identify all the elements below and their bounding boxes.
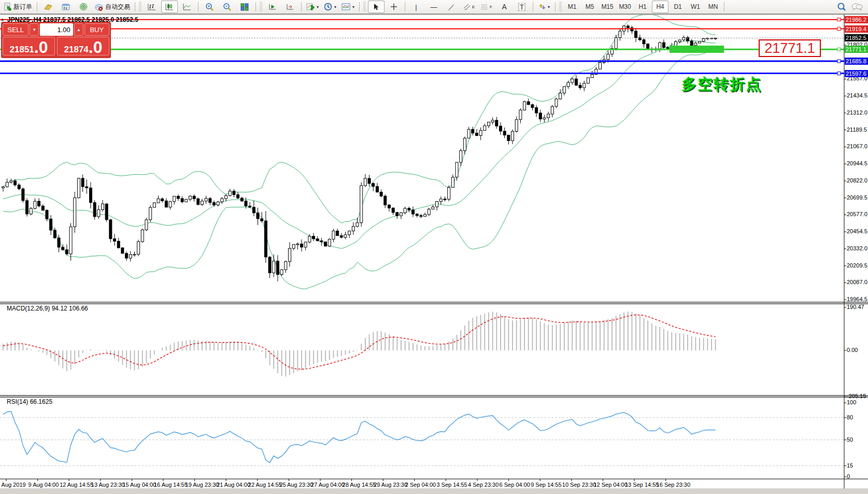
timeframe-m5[interactable]: M5	[581, 1, 598, 13]
price-axis-badge: 21685.8	[845, 58, 868, 65]
line-anchor-marker[interactable]	[837, 27, 841, 31]
zoom-in-button[interactable]	[201, 1, 218, 13]
zoom-in-icon	[205, 3, 214, 11]
channel-icon	[463, 3, 472, 10]
price-axis-tick: 20087.0	[847, 279, 867, 285]
date-axis-label: 3 Sep 14:55	[436, 482, 467, 488]
rsi-indicator-label: RSI(14) 66.1625	[7, 398, 52, 405]
buy-button[interactable]: BUY	[84, 23, 109, 36]
search-icon[interactable]	[837, 2, 846, 11]
line-anchor-marker[interactable]	[837, 48, 841, 51]
chat-icon[interactable]	[851, 3, 863, 11]
rectangle-object[interactable]	[670, 46, 724, 53]
horizontal-line-button[interactable]: —	[425, 1, 442, 13]
date-axis-label: 13 Aug 23:30	[91, 482, 125, 488]
volume-up-button[interactable]: ▲	[74, 23, 83, 36]
zoom-out-button[interactable]	[219, 1, 235, 13]
line-chart-icon	[183, 3, 191, 10]
rsi-axis-tick: 0	[847, 473, 850, 479]
date-axis-label: 4 Sep 23:30	[468, 482, 499, 488]
navigator-icon	[79, 3, 88, 11]
price-axis-tick: 20209.5	[847, 262, 867, 269]
price-axis-tick: 19964.5	[847, 296, 867, 302]
date-axis-label: 6 Sep 04:00	[500, 482, 530, 488]
buy-price-button[interactable]: 21874 .0	[57, 37, 109, 55]
toolbar: 新订单 自动交易 ▾ ▾	[0, 0, 868, 14]
timeframe-d1[interactable]: D1	[670, 1, 686, 13]
price-axis-tick: 20699.5	[847, 194, 867, 201]
channel-button[interactable]: E	[461, 1, 477, 13]
new-order-label: 新订单	[13, 3, 32, 11]
macd-signal-line	[3, 315, 716, 369]
text-label-button[interactable]: T	[514, 1, 530, 13]
indicators-icon	[306, 3, 315, 11]
bar-chart-button[interactable]	[144, 1, 160, 13]
date-axis-label: 19 Aug 23:30	[186, 482, 219, 488]
timeframe-m15[interactable]: M15	[599, 1, 616, 13]
line-anchor-marker[interactable]	[837, 60, 841, 63]
crosshair-button[interactable]	[386, 1, 402, 13]
sell-button[interactable]: SELL	[3, 23, 29, 36]
zoom-out-icon	[223, 3, 232, 11]
fibo-sub: F	[490, 5, 492, 9]
tile-windows-button[interactable]	[236, 1, 253, 13]
volume-input[interactable]: 1.00	[40, 23, 73, 36]
price-axis-tick: 20332.0	[847, 245, 867, 251]
timeframe-bar: M1M5M15M30H1H4D1W1MN	[563, 1, 722, 13]
chart-shift-button[interactable]	[282, 1, 298, 13]
price-axis-tick: 20577.0	[847, 211, 867, 217]
line-chart-button[interactable]	[179, 1, 195, 13]
auto-scroll-button[interactable]	[264, 1, 281, 13]
rsi-axis-tick: 15	[847, 462, 853, 469]
price-axis-badge: 21919.4	[845, 25, 868, 33]
timeframe-h1[interactable]: H1	[634, 1, 651, 13]
volume-down-button[interactable]: ▼	[30, 23, 39, 36]
timeframe-mn[interactable]: MN	[705, 1, 721, 13]
line-anchor-marker[interactable]	[837, 18, 841, 21]
status-strip	[0, 489, 868, 494]
date-axis-label: 9 Sep 14:55	[531, 482, 561, 488]
timeframe-h4[interactable]: H4	[652, 1, 668, 13]
timeframe-m30[interactable]: M30	[617, 1, 633, 13]
date-axis-label: 7 Aug 2019	[0, 482, 26, 488]
templates-button[interactable]: ▾	[339, 1, 357, 13]
date-axis-label: 22 Aug 14:55	[248, 482, 282, 488]
sell-price-pips: .0	[34, 40, 48, 54]
templates-caret: ▾	[352, 5, 354, 9]
date-axis-label: 2 Sep 04:00	[405, 482, 436, 488]
chart-window-icon: ▴	[1, 16, 4, 22]
rsi-axis-tick: 100	[847, 399, 856, 405]
trendline-button[interactable]: ／	[443, 1, 460, 13]
price-callout-label[interactable]: 21771.1	[759, 39, 821, 57]
autotrading-button[interactable]: 自动交易	[93, 1, 132, 13]
periods-button[interactable]: ▾	[322, 1, 338, 13]
timeframe-w1[interactable]: W1	[687, 1, 704, 13]
vertical-line-button[interactable]: |	[408, 1, 424, 13]
candlestick-button[interactable]	[161, 1, 178, 13]
indicators-button[interactable]: ▾	[304, 1, 321, 13]
profiles-button[interactable]	[40, 1, 56, 13]
auto-scroll-icon	[268, 3, 277, 10]
profiles-icon	[44, 3, 53, 10]
market-watch-icon	[62, 3, 70, 11]
timeframe-m1[interactable]: M1	[564, 1, 580, 13]
sell-price-button[interactable]: 21851 .0	[3, 37, 55, 55]
fibonacci-button[interactable]: F	[478, 1, 495, 13]
text-button[interactable]: A	[496, 1, 513, 13]
new-order-button[interactable]: 新订单	[2, 1, 34, 13]
chart-shift-icon	[286, 3, 294, 10]
bollinger-middle	[3, 40, 716, 248]
price-axis-tick: 21434.5	[847, 92, 867, 98]
arrows-button[interactable]: ▾	[536, 1, 552, 13]
candlestick-icon	[165, 3, 174, 10]
price-axis-tick: 21189.5	[847, 126, 867, 133]
periods-caret: ▾	[334, 5, 336, 9]
line-anchor-marker[interactable]	[837, 72, 841, 75]
bollinger-lower	[3, 51, 716, 289]
channel-sub: E	[472, 5, 475, 9]
date-axis-label: 12 Aug 14:55	[60, 482, 93, 488]
navigator-button[interactable]	[75, 1, 92, 13]
price-axis-tick: 20822.0	[847, 177, 867, 184]
cursor-button[interactable]	[368, 1, 385, 13]
market-watch-button[interactable]	[58, 1, 74, 13]
